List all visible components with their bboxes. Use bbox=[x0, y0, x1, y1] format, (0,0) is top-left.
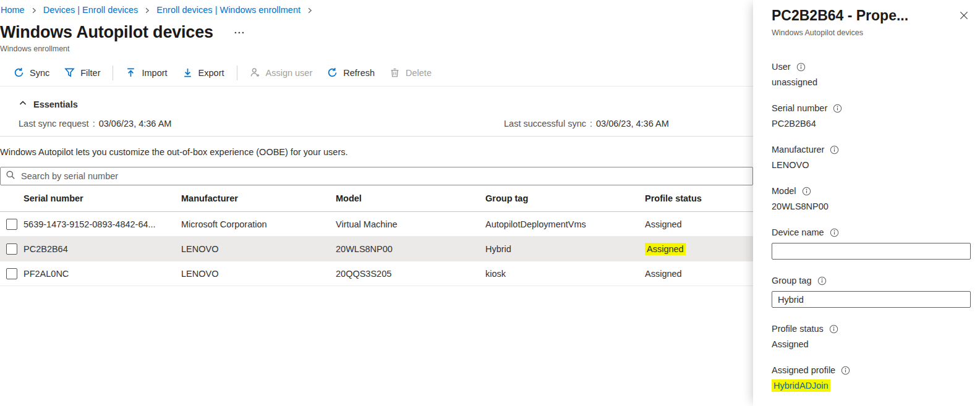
cell-serial: PC2B2B64 bbox=[23, 244, 181, 254]
device-name-input[interactable] bbox=[772, 243, 971, 260]
import-icon bbox=[126, 67, 136, 78]
panel-subtitle: Windows Autopilot devices bbox=[772, 28, 971, 37]
field-manufacturer: Manufacturer LENOVO bbox=[772, 145, 971, 170]
field-profile-status: Profile status Assigned bbox=[772, 324, 971, 349]
export-button[interactable]: Export bbox=[175, 62, 232, 84]
group-tag-input[interactable] bbox=[772, 291, 971, 308]
col-profile-status[interactable]: Profile status bbox=[645, 193, 753, 203]
field-device-name: Device name bbox=[772, 227, 971, 260]
last-sync-request-label: Last sync request bbox=[19, 119, 89, 129]
cell-group-tag: kiosk bbox=[485, 269, 645, 279]
col-serial-number[interactable]: Serial number bbox=[23, 193, 181, 203]
sync-button[interactable]: Sync bbox=[6, 62, 57, 84]
field-assigned-profile: Assigned profile HybridADJoin bbox=[772, 365, 971, 391]
windows-autopilot-devices-screen: Home Devices | Enroll devices Enroll dev… bbox=[0, 0, 980, 406]
table-row[interactable]: 5639-1473-9152-0893-4842-64... Microsoft… bbox=[0, 212, 753, 237]
cell-model: 20WLS8NP00 bbox=[336, 244, 485, 254]
search-input[interactable] bbox=[21, 171, 748, 181]
essentials-label: Essentials bbox=[33, 99, 78, 109]
row-checkbox[interactable] bbox=[6, 268, 17, 279]
cell-manufacturer: LENOVO bbox=[181, 269, 336, 279]
field-serial-number: Serial number PC2B2B64 bbox=[772, 103, 971, 129]
filter-button[interactable]: Filter bbox=[57, 62, 108, 84]
assign-user-button[interactable]: Assign user bbox=[242, 62, 320, 84]
assigned-profile-link[interactable]: HybridADJoin bbox=[772, 379, 830, 392]
more-options-button[interactable]: ··· bbox=[232, 26, 248, 39]
breadcrumb-home[interactable]: Home bbox=[1, 5, 25, 15]
chevron-up-icon bbox=[19, 99, 27, 109]
cell-model: 20QQS3S205 bbox=[336, 269, 485, 279]
user-value: unassigned bbox=[772, 77, 971, 87]
model-value: 20WLS8NP00 bbox=[772, 201, 971, 211]
essentials-toggle[interactable]: Essentials bbox=[19, 99, 753, 109]
col-model[interactable]: Model bbox=[336, 193, 485, 203]
table-row[interactable]: PC2B2B64 LENOVO 20WLS8NP00 Hybrid Assign… bbox=[0, 237, 753, 261]
info-icon[interactable] bbox=[796, 62, 806, 72]
serial-number-label: Serial number bbox=[772, 103, 827, 113]
assigned-profile-value: HybridADJoin bbox=[772, 381, 971, 391]
import-button[interactable]: Import bbox=[118, 62, 174, 84]
cell-profile-status: Assigned bbox=[645, 244, 753, 254]
info-icon[interactable] bbox=[830, 228, 839, 237]
profile-status-value: Assigned bbox=[772, 339, 971, 349]
sync-label: Sync bbox=[30, 68, 49, 78]
separator: : bbox=[93, 119, 95, 129]
toolbar-divider bbox=[113, 66, 113, 80]
cell-manufacturer: LENOVO bbox=[181, 244, 336, 254]
devices-table: Serial number Manufacturer Model Group t… bbox=[0, 185, 753, 286]
chevron-right-icon bbox=[306, 7, 313, 14]
last-successful-sync-label: Last successful sync bbox=[504, 119, 586, 129]
assign-user-icon bbox=[250, 67, 260, 78]
sync-icon bbox=[14, 67, 24, 78]
cell-profile-status: Assigned bbox=[645, 269, 753, 279]
info-icon[interactable] bbox=[830, 145, 839, 154]
col-manufacturer[interactable]: Manufacturer bbox=[181, 193, 336, 203]
device-name-label: Device name bbox=[772, 227, 824, 237]
page-subtitle: Windows enrollment bbox=[0, 44, 753, 53]
info-icon[interactable] bbox=[817, 276, 827, 285]
field-model: Model 20WLS8NP00 bbox=[772, 186, 971, 211]
search-icon bbox=[6, 170, 15, 182]
main-content: Home Devices | Enroll devices Enroll dev… bbox=[0, 0, 753, 406]
table-row[interactable]: PF2AL0NC LENOVO 20QQS3S205 kiosk Assigne… bbox=[0, 261, 753, 286]
section-divider bbox=[0, 136, 753, 137]
user-label: User bbox=[772, 62, 791, 72]
export-label: Export bbox=[198, 68, 224, 78]
chevron-right-icon bbox=[143, 7, 151, 14]
cell-profile-status: Assigned bbox=[645, 219, 753, 229]
info-icon[interactable] bbox=[829, 324, 838, 334]
row-checkbox[interactable] bbox=[6, 243, 17, 255]
delete-button[interactable]: Delete bbox=[382, 62, 439, 84]
serial-number-value: PC2B2B64 bbox=[772, 119, 971, 129]
breadcrumb-devices-enroll[interactable]: Devices | Enroll devices bbox=[43, 5, 138, 15]
breadcrumb-windows-enrollment[interactable]: Enroll devices | Windows enrollment bbox=[156, 5, 300, 15]
assign-user-label: Assign user bbox=[266, 68, 313, 78]
toolbar-divider bbox=[237, 66, 237, 80]
close-icon[interactable] bbox=[957, 9, 971, 25]
col-group-tag[interactable]: Group tag bbox=[485, 193, 645, 203]
model-label: Model bbox=[772, 186, 796, 196]
info-icon[interactable] bbox=[841, 366, 850, 375]
refresh-button[interactable]: Refresh bbox=[320, 62, 382, 84]
cell-serial: PF2AL0NC bbox=[23, 269, 181, 279]
filter-label: Filter bbox=[80, 68, 100, 78]
profile-status-label: Profile status bbox=[772, 324, 824, 334]
cell-group-tag: Hybrid bbox=[485, 244, 645, 254]
separator: : bbox=[590, 119, 592, 129]
cell-group-tag: AutopilotDeploymentVms bbox=[485, 219, 645, 229]
row-checkbox[interactable] bbox=[6, 219, 17, 230]
page-title: Windows Autopilot devices bbox=[0, 23, 213, 42]
field-user: User unassigned bbox=[772, 62, 971, 87]
info-icon[interactable] bbox=[802, 187, 811, 196]
breadcrumb: Home Devices | Enroll devices Enroll dev… bbox=[0, 5, 753, 15]
essentials-values: Last sync request : 03/06/23, 4:36 AM La… bbox=[19, 119, 753, 129]
properties-panel: PC2B2B64 - Prope... Windows Autopilot de… bbox=[753, 0, 980, 406]
cell-serial: 5639-1473-9152-0893-4842-64... bbox=[23, 219, 181, 229]
filter-icon bbox=[64, 67, 75, 78]
info-icon[interactable] bbox=[833, 104, 842, 113]
field-group-tag: Group tag bbox=[772, 276, 971, 308]
import-label: Import bbox=[142, 68, 167, 78]
refresh-label: Refresh bbox=[343, 68, 375, 78]
cell-manufacturer: Microsoft Corporation bbox=[181, 219, 336, 229]
assigned-profile-label: Assigned profile bbox=[772, 365, 835, 375]
